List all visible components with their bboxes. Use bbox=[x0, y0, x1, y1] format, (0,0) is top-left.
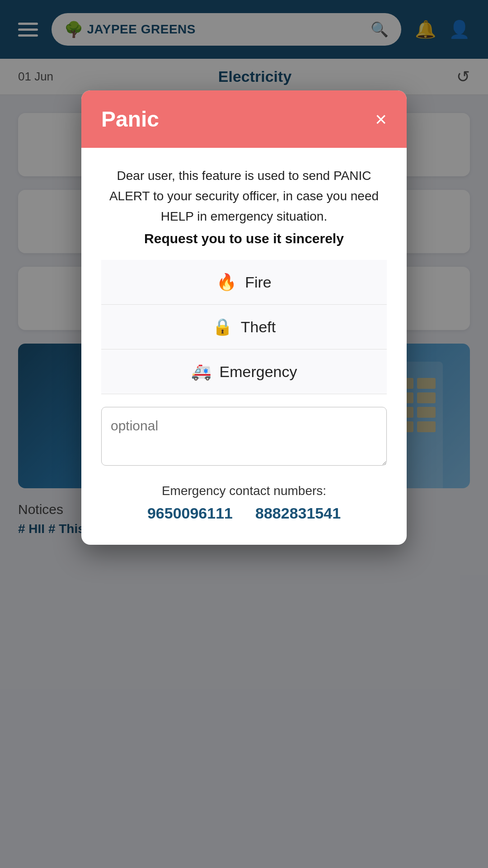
emergency-numbers-section: Emergency contact numbers: 9650096111 88… bbox=[101, 484, 387, 522]
option-theft[interactable]: 🔒 Theft bbox=[101, 305, 387, 349]
emergency-phone-1[interactable]: 9650096111 bbox=[147, 505, 233, 522]
emergency-phone-2[interactable]: 8882831541 bbox=[255, 505, 341, 522]
optional-input[interactable] bbox=[101, 407, 387, 466]
emergency-phones-row: 9650096111 8882831541 bbox=[101, 505, 387, 522]
modal-title: Panic bbox=[101, 107, 159, 132]
option-fire-label: Fire bbox=[245, 274, 272, 291]
theft-icon: 🔒 bbox=[212, 317, 233, 336]
option-fire[interactable]: 🔥 Fire bbox=[101, 260, 387, 305]
modal-description: Dear user, this feature is used to send … bbox=[101, 166, 387, 226]
modal-header: Panic × bbox=[81, 90, 407, 148]
option-theft-label: Theft bbox=[241, 318, 276, 336]
option-emergency[interactable]: 🚑 Emergency bbox=[101, 349, 387, 394]
fire-icon: 🔥 bbox=[216, 273, 237, 292]
modal-overlay: Panic × Dear user, this feature is used … bbox=[0, 0, 488, 868]
option-emergency-label: Emergency bbox=[220, 363, 297, 381]
emergency-numbers-label: Emergency contact numbers: bbox=[101, 484, 387, 498]
modal-sincere-text: Request you to use it sincerely bbox=[101, 231, 387, 246]
modal-close-button[interactable]: × bbox=[375, 109, 387, 129]
modal-body: Dear user, this feature is used to send … bbox=[81, 148, 407, 545]
panic-modal: Panic × Dear user, this feature is used … bbox=[81, 90, 407, 545]
emergency-icon: 🚑 bbox=[191, 362, 211, 381]
